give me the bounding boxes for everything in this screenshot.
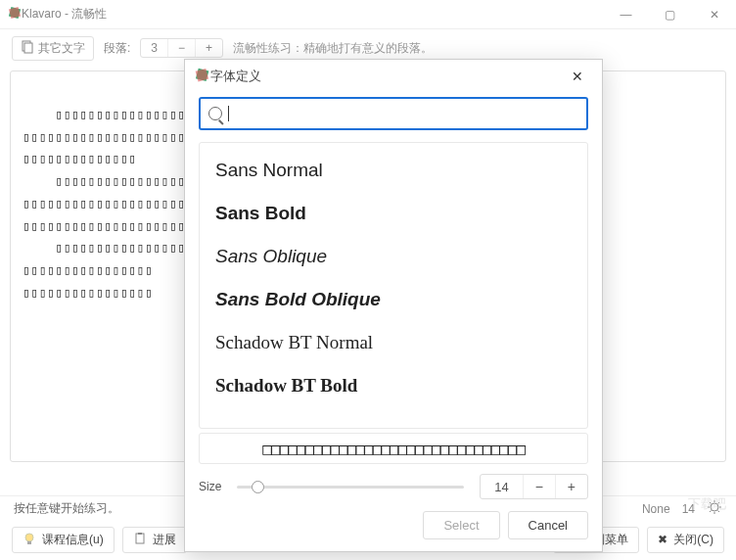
font-item[interactable]: Schadow BT Normal xyxy=(215,321,572,364)
size-label: Size xyxy=(199,480,221,493)
svg-rect-14 xyxy=(27,541,31,544)
document-icon xyxy=(21,40,34,57)
bulb-icon xyxy=(23,532,36,548)
svg-rect-15 xyxy=(136,534,144,543)
app-logo-icon xyxy=(8,6,22,23)
exercise-hint: 流畅性练习：精确地打有意义的段落。 xyxy=(233,40,433,57)
status-mode: None xyxy=(642,502,670,516)
window-title: Klavaro - 流畅性 xyxy=(22,6,107,23)
svg-rect-16 xyxy=(138,533,142,535)
font-dialog: 字体定义 ✕ Sans Normal Sans Bold Sans Obliqu… xyxy=(184,59,603,552)
size-increase[interactable]: + xyxy=(555,475,587,498)
other-text-button[interactable]: 其它文字 xyxy=(12,36,94,61)
cancel-button[interactable]: Cancel xyxy=(508,511,588,539)
font-item[interactable]: Sans Bold Oblique xyxy=(215,278,572,321)
font-item[interactable]: Sans Normal xyxy=(215,149,572,192)
font-search-box[interactable] xyxy=(199,97,588,130)
font-search-input[interactable] xyxy=(229,107,578,121)
select-button[interactable]: Select xyxy=(423,511,499,539)
maximize-button[interactable]: ▢ xyxy=(648,0,692,29)
minimize-button[interactable]: — xyxy=(604,0,648,29)
dialog-titlebar: 字体定义 ✕ xyxy=(185,60,602,93)
close-icon: ✖ xyxy=(658,533,667,546)
svg-point-13 xyxy=(25,534,33,541)
paragraph-decrease[interactable]: − xyxy=(167,39,195,57)
font-preview: □□□□□□□□□□□□□□□□□□□□□□□□□□□□□□□ xyxy=(199,433,588,464)
titlebar: Klavaro - 流畅性 — ▢ ✕ xyxy=(0,0,736,29)
progress-button[interactable]: 进展 xyxy=(122,527,187,553)
paragraph-label: 段落: xyxy=(104,40,130,57)
svg-rect-3 xyxy=(24,43,32,53)
svg-rect-1 xyxy=(9,7,21,19)
font-item[interactable]: Sans Oblique xyxy=(215,235,572,278)
paragraph-value[interactable]: 3 xyxy=(141,39,167,57)
search-icon xyxy=(208,107,222,120)
size-decrease[interactable]: − xyxy=(523,475,555,498)
close-button[interactable]: ✖ 关闭(C) xyxy=(647,527,724,553)
status-prompt: 按任意键开始练习。 xyxy=(14,500,119,517)
size-spinner: 14 − + xyxy=(480,474,588,499)
paragraph-spinner: 3 − + xyxy=(140,38,223,58)
font-item[interactable]: Schadow BT Bold xyxy=(215,364,572,407)
dialog-title: 字体定义 xyxy=(210,68,261,85)
size-value[interactable]: 14 xyxy=(481,476,522,498)
clipboard-icon xyxy=(133,532,147,548)
dialog-logo-icon xyxy=(195,68,210,86)
size-slider[interactable] xyxy=(237,486,464,489)
slider-thumb[interactable] xyxy=(252,481,264,493)
watermark: 下载吧 xyxy=(688,495,726,513)
dialog-close-button[interactable]: ✕ xyxy=(563,62,592,91)
course-info-button[interactable]: 课程信息(u) xyxy=(12,527,115,553)
font-item[interactable]: Sans Bold xyxy=(215,192,572,235)
paragraph-increase[interactable]: + xyxy=(195,39,222,57)
font-list[interactable]: Sans Normal Sans Bold Sans Oblique Sans … xyxy=(199,142,588,429)
close-window-button[interactable]: ✕ xyxy=(692,0,736,29)
